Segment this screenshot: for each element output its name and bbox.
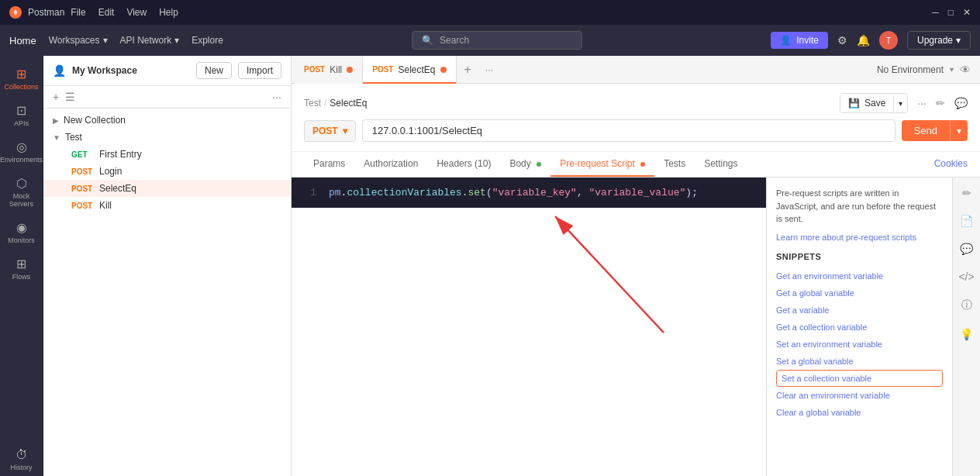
notifications-icon[interactable]: 🔔 [857,34,870,47]
sidebar-item-flows[interactable]: ⊞ Flows [2,252,41,285]
chevron-down-icon[interactable]: ▾ [950,65,954,74]
cookies-link[interactable]: Cookies [934,152,968,177]
bulb-icon[interactable]: 💡 [957,325,976,343]
tab-params[interactable]: Params [304,152,354,177]
tab-authorization[interactable]: Authorization [354,152,427,177]
add-tab-button[interactable]: + [457,63,479,77]
environments-icon: ◎ [16,140,27,154]
first-entry-item[interactable]: GET First Entry [43,146,291,163]
menu-edit[interactable]: Edit [98,7,115,18]
minimize-btn[interactable]: ─ [932,7,939,18]
sidebar-item-apis[interactable]: ⊡ APIs [2,98,41,132]
url-input[interactable] [362,119,895,142]
kill-item[interactable]: POST Kill [43,197,291,214]
api-network-menu[interactable]: API Network ▾ [120,35,180,46]
editor-container: 1 pm.collectionVariables.set("variable_k… [292,178,766,476]
edit-icon[interactable]: ✏ [936,97,945,109]
document-icon[interactable]: 📄 [957,212,976,230]
person-icon: 👤 [780,35,792,46]
learn-more-link[interactable]: Learn more about pre-request scripts [776,233,916,242]
avatar[interactable]: T [879,31,898,50]
more-options-icon[interactable]: ··· [272,91,281,103]
home-link[interactable]: Home [9,35,36,47]
unsaved-dot [347,67,353,73]
send-dropdown[interactable]: ▾ [950,120,968,141]
chevron-down-icon: ▾ [174,35,179,46]
post-method-badge: POST [71,185,95,193]
breadcrumb-current: SelectEq [330,98,367,109]
new-collection-item[interactable]: ▶ New Collection [43,112,291,129]
explore-link[interactable]: Explore [192,35,223,46]
snippet-get-var[interactable]: Get a variable [776,302,943,319]
chevron-down-icon: ▾ [956,35,961,46]
code-line-1: 1 pm.collectionVariables.set("variable_k… [301,187,757,198]
snippet-clear-global-var[interactable]: Clear a global variable [776,404,943,421]
tab-settings[interactable]: Settings [695,152,747,177]
request-area: Test / SelectEq 💾 Save ▾ ··· ✏ 💬 POST [292,84,980,152]
save-button[interactable]: 💾 Save [840,94,893,112]
top-navigation: Home Workspaces ▾ API Network ▾ Explore … [0,25,980,56]
invite-button[interactable]: 👤 Invite [771,32,828,49]
titlebar-menu: File Edit View Help [71,7,178,18]
panel-toolbar: + ☰ ··· [43,86,291,109]
snippet-get-collection-var[interactable]: Get a collection variable [776,319,943,336]
sidebar-item-collections[interactable]: ⊞ Collections [2,62,41,95]
code-icon[interactable]: </> [955,267,977,286]
more-options-icon[interactable]: ··· [917,97,927,109]
filter-icon[interactable]: ☰ [65,91,75,103]
more-tabs-button[interactable]: ··· [479,64,499,75]
upgrade-button[interactable]: Upgrade ▾ [907,31,971,50]
tab-selecteq[interactable]: POST SelectEq [363,56,456,84]
sidebar-item-environments[interactable]: ◎ Environments [2,135,41,168]
environment-selector[interactable]: No Environment [877,64,944,75]
tab-prerequest-script[interactable]: Pre-request Script [550,152,654,177]
edit-icon[interactable]: ✏ [959,184,975,202]
right-panel: Pre-request scripts are written in JavaS… [766,178,952,476]
code-editor[interactable]: 1 pm.collectionVariables.set("variable_k… [292,178,766,208]
tab-tests[interactable]: Tests [654,152,695,177]
save-dropdown[interactable]: ▾ [893,95,907,112]
post-method-badge: POST [71,167,95,176]
sidebar-item-mock-servers[interactable]: ⬡ Mock Servers [2,171,41,212]
sidebar-item-monitors[interactable]: ◉ Monitors [2,216,41,249]
snippet-get-env-var[interactable]: Get an environment variable [776,267,943,285]
add-collection-icon[interactable]: + [53,91,59,103]
request-tabs: Params Authorization Headers (10) Body P… [292,152,980,178]
login-item[interactable]: POST Login [43,163,291,180]
info-icon[interactable]: ⓘ [958,295,975,316]
window-controls: ─ □ ✕ [932,7,971,18]
settings-icon[interactable]: ⚙ [837,34,847,47]
menu-help[interactable]: Help [159,7,178,18]
test-collection-item[interactable]: ▼ Test [43,129,291,146]
snippet-clear-env-var[interactable]: Clear an environment variable [776,387,943,404]
snippet-set-global-var[interactable]: Set a global variable [776,353,943,370]
selecteq-item[interactable]: POST SelectEq [43,180,291,197]
snippet-set-env-var[interactable]: Set an environment variable [776,336,943,353]
method-selector[interactable]: POST ▾ [304,120,356,142]
history-icon: ⏱ [16,448,28,462]
body-indicator-dot [537,162,541,167]
tab-kill[interactable]: POST Kill [295,56,363,84]
close-btn[interactable]: ✕ [963,7,971,18]
right-icons-panel: ✏ 📄 💬 </> ⓘ 💡 [952,178,980,476]
workspaces-menu[interactable]: Workspaces ▾ [49,35,108,46]
maximize-btn[interactable]: □ [948,7,954,18]
chevron-down-icon: ▼ [53,133,60,142]
comment-icon[interactable]: 💬 [957,240,976,258]
tab-headers[interactable]: Headers (10) [427,152,500,177]
comment-icon[interactable]: 💬 [954,97,968,109]
import-button[interactable]: Import [238,62,281,79]
new-button[interactable]: New [196,62,232,79]
send-button[interactable]: Send [902,120,950,141]
menu-view[interactable]: View [126,7,147,18]
content-area: 1 pm.collectionVariables.set("variable_k… [292,178,980,476]
environment-toggle-icon[interactable]: 👁 [960,64,971,76]
mock-servers-icon: ⬡ [16,176,27,191]
snippet-set-collection-var[interactable]: Set a collection variable [776,370,943,387]
snippet-get-global-var[interactable]: Get a global variable [776,285,943,302]
chevron-down-icon: ▾ [343,126,347,136]
tab-body[interactable]: Body [500,152,550,177]
sidebar-item-history[interactable]: ⏱ History [2,443,41,476]
menu-file[interactable]: File [71,7,85,18]
search-bar[interactable]: 🔍 Search [412,31,582,50]
